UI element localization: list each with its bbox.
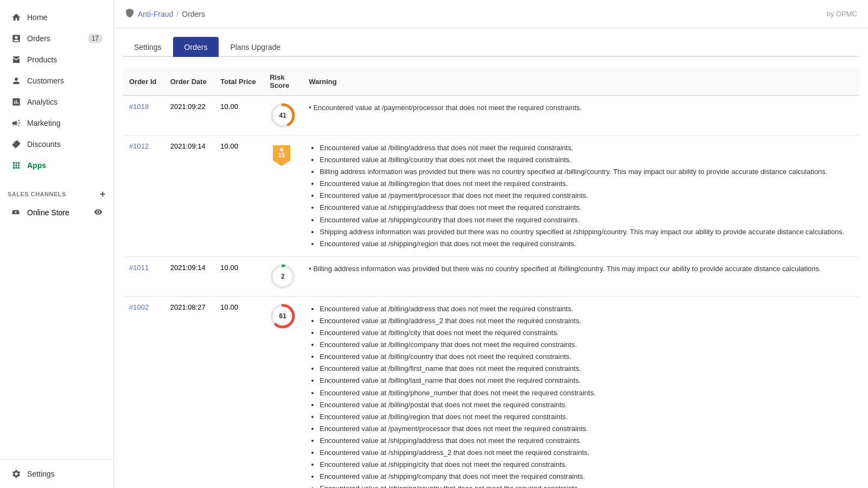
sidebar-label-settings: Settings <box>27 470 55 478</box>
tab-settings[interactable]: Settings <box>123 37 173 57</box>
warning-item: Encountered value at /billing/city that … <box>320 327 853 339</box>
col-risk-score: Risk Score <box>263 68 302 95</box>
warning-cell: • Billing address information was provid… <box>302 256 859 296</box>
warning-cell: Encountered value at /billing/address th… <box>302 296 859 488</box>
warning-item: Encountered value at /billing/postal tha… <box>320 399 853 411</box>
warning-item: Encountered value at /shipping/city that… <box>320 459 853 471</box>
table-row: #10112021:09:1410.002• Billing address i… <box>123 256 859 296</box>
sidebar-item-orders[interactable]: Orders 17 <box>3 28 110 49</box>
risk-score-number: 61 <box>279 312 286 320</box>
add-sales-channel-button[interactable]: + <box>100 189 106 199</box>
warning-item: Encountered value at /billing/country th… <box>320 351 853 363</box>
warning-item: Encountered value at /billing/region tha… <box>320 411 853 423</box>
orders-icon <box>11 33 22 44</box>
settings-icon <box>11 468 22 479</box>
sidebar-item-customers[interactable]: Customers <box>3 70 110 91</box>
order-date-cell: 2021:09:22 <box>164 95 214 136</box>
tab-orders[interactable]: Orders <box>173 37 219 57</box>
discounts-icon <box>11 139 22 150</box>
online-store-eye-icon[interactable] <box>94 208 103 218</box>
breadcrumb-page: Orders <box>182 10 205 18</box>
order-id-link[interactable]: #1011 <box>129 264 149 272</box>
sidebar-label-discounts: Discounts <box>27 140 60 149</box>
warning-item: Encountered value at /shipping/country t… <box>320 214 853 226</box>
warning-item: Encountered value at /billing/last_name … <box>320 375 853 387</box>
svg-point-3 <box>280 148 283 151</box>
breadcrumb: Anti-Fraud / Orders <box>125 8 205 20</box>
table-row: #10022021:08:2710.0061Encountered value … <box>123 296 859 488</box>
sidebar-item-marketing[interactable]: Marketing <box>3 113 110 133</box>
risk-score-number: 15 <box>278 152 285 158</box>
by-opmc-label: by OPMC <box>827 10 857 18</box>
tab-plans-upgrade[interactable]: Plans Upgrade <box>219 37 292 57</box>
warning-item: Encountered value at /billing/region tha… <box>320 178 853 190</box>
sidebar: Home Orders 17 Products Customers <box>0 0 114 488</box>
order-id-cell: #1002 <box>123 296 164 488</box>
sidebar-label-home: Home <box>27 13 47 22</box>
warning-item: Encountered value at /shipping/address t… <box>320 202 853 214</box>
warning-item: Encountered value at /billing/phone_numb… <box>320 387 853 399</box>
sidebar-label-products: Products <box>27 55 57 64</box>
warning-item: Shipping address information was provide… <box>320 226 853 238</box>
risk-score-cell: 61 <box>263 296 302 488</box>
sidebar-item-analytics[interactable]: Analytics <box>3 92 110 112</box>
sidebar-bottom: Settings <box>0 459 113 488</box>
sidebar-label-analytics: Analytics <box>27 98 58 106</box>
table-row: #10122021:09:1410.0015Encountered value … <box>123 136 859 257</box>
warning-item: Billing address information was provided… <box>320 166 853 178</box>
risk-donut: 61 <box>270 303 296 329</box>
warning-item: Encountered value at /payment/processor … <box>320 190 853 202</box>
risk-score-cell: 2 <box>263 256 302 296</box>
warning-item: Encountered value at /billing/address th… <box>320 303 853 315</box>
risk-score-number: 41 <box>279 112 286 119</box>
total-price-cell: 10.00 <box>214 136 263 257</box>
table-header: Order Id Order Date Total Price Risk Sco… <box>123 68 859 95</box>
sidebar-item-products[interactable]: Products <box>3 49 110 70</box>
warning-item: Encountered value at /shipping/address_2… <box>320 447 853 459</box>
sales-channels-header: SALES CHANNELS + <box>0 181 113 202</box>
warning-item: Encountered value at /shipping/company t… <box>320 471 853 483</box>
orders-badge: 17 <box>88 34 103 43</box>
online-store-label: Online Store <box>27 208 69 217</box>
total-price-cell: 10.00 <box>214 256 263 296</box>
risk-score-cell: 41 <box>263 95 302 136</box>
order-id-cell: #1018 <box>123 95 164 136</box>
col-order-date: Order Date <box>164 68 214 95</box>
home-icon <box>11 12 22 23</box>
order-id-cell: #1011 <box>123 256 164 296</box>
order-id-link[interactable]: #1018 <box>129 102 149 111</box>
sidebar-item-online-store[interactable]: Online Store <box>3 203 110 222</box>
analytics-icon <box>11 97 22 107</box>
warning-list: Encountered value at /billing/address th… <box>309 303 853 488</box>
warning-item: Encountered value at /shipping/region th… <box>320 238 853 250</box>
sidebar-label-orders: Orders <box>27 34 50 43</box>
order-id-cell: #1012 <box>123 136 164 257</box>
risk-donut: 2 <box>270 264 296 290</box>
sidebar-item-settings[interactable]: Settings <box>3 464 110 484</box>
col-order-id: Order Id <box>123 68 164 95</box>
order-id-link[interactable]: #1012 <box>129 142 149 150</box>
breadcrumb-app[interactable]: Anti-Fraud <box>138 10 173 18</box>
warning-text: • Billing address information was provid… <box>309 264 853 275</box>
sidebar-item-apps[interactable]: Apps <box>3 155 110 176</box>
table-row: #10182021:09:2210.0041• Encountered valu… <box>123 95 859 136</box>
orders-tbody: #10182021:09:2210.0041• Encountered valu… <box>123 95 859 488</box>
online-store-icon <box>11 207 22 218</box>
total-price-cell: 10.00 <box>214 296 263 488</box>
warning-item: Encountered value at /shipping/country t… <box>320 483 853 488</box>
warning-cell: Encountered value at /billing/address th… <box>302 136 859 257</box>
risk-score-cell: 15 <box>263 136 302 257</box>
apps-icon <box>11 160 22 171</box>
warning-cell: • Encountered value at /payment/processo… <box>302 95 859 136</box>
warning-text: • Encountered value at /payment/processo… <box>309 102 853 114</box>
topbar: Anti-Fraud / Orders by OPMC <box>114 0 868 28</box>
tabs-bar: Settings Orders Plans Upgrade <box>123 37 859 57</box>
sidebar-item-home[interactable]: Home <box>3 7 110 28</box>
col-warning: Warning <box>302 68 859 95</box>
warning-item: Encountered value at /billing/first_name… <box>320 363 853 375</box>
warning-item: Encountered value at /shipping/address t… <box>320 435 853 447</box>
sidebar-item-discounts[interactable]: Discounts <box>3 134 110 155</box>
col-total-price: Total Price <box>214 68 263 95</box>
sidebar-label-customers: Customers <box>27 76 64 85</box>
order-id-link[interactable]: #1002 <box>129 303 149 311</box>
